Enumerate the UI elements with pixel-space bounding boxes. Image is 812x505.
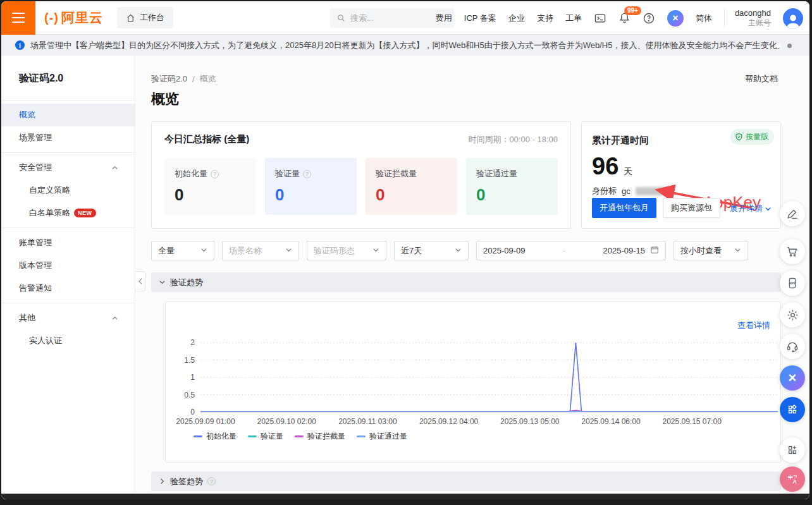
help-circle-icon[interactable]: ? — [303, 170, 311, 178]
trend-section-header[interactable]: 验证趋势 — [151, 272, 781, 292]
today-metrics-card: 今日汇总指标 (全量) 时间周期：00:00 - 18:00 初始化量?0验证量… — [151, 121, 571, 229]
filter-bar: 全量场景名称验证码形态近7天2025-09-09-2025-09-15按小时查看 — [151, 241, 748, 260]
support-headset-icon[interactable] — [780, 334, 805, 359]
assistant-x-icon[interactable]: × — [780, 365, 805, 391]
edit-pencil-icon[interactable] — [780, 201, 805, 226]
language-switch[interactable]: 简体 — [696, 13, 712, 24]
date-end: 2025-09-15 — [603, 246, 646, 255]
chevron-down-icon — [200, 246, 207, 253]
topbar-link-工单[interactable]: 工单 — [565, 13, 582, 24]
search-icon — [336, 13, 346, 23]
buy-resource-pack-button[interactable]: 购买资源包 — [663, 198, 720, 218]
help-circle-icon[interactable]: ? — [207, 477, 216, 485]
breadcrumb: 验证码2.0 / 概览 — [151, 73, 216, 85]
cart-icon[interactable] — [780, 239, 805, 264]
legend-item-初始化量[interactable]: 初始化量 — [194, 431, 237, 442]
filter-dropdown-场景名称[interactable]: 场景名称 — [222, 241, 299, 260]
assistant-x-icon[interactable]: × — [667, 10, 684, 27]
sidebar-item-账单管理[interactable]: 账单管理 — [1, 231, 135, 254]
sidebar-item-实人认证[interactable]: 实人认证 — [1, 329, 135, 352]
metric-tile-验证量: 验证量?0 — [265, 158, 357, 215]
sign-section-title: 验签趋势 — [170, 476, 203, 487]
svg-text:A: A — [792, 478, 797, 484]
help-circle-icon[interactable]: ? — [211, 170, 219, 178]
hamburger-menu-icon[interactable] — [1, 1, 35, 35]
view-granularity-dropdown[interactable]: 按小时查看 — [674, 241, 748, 260]
metric-tiles: 初始化量?0验证量?0验证拦截量0验证通过量0 — [164, 158, 558, 215]
chart-legend: 初始化量验证量验证拦截量验证通过量 — [194, 431, 407, 442]
plan-card: 按量版 累计开通时间 96 天 身份标 gc AppKey 开通包年包月 购买资… — [581, 121, 781, 229]
aliyun-logo-mark: (-) — [44, 11, 59, 25]
translate-icon[interactable]: 中A — [780, 466, 805, 492]
workbench-button[interactable]: 工作台 — [117, 7, 173, 28]
collapse-chevron-icon[interactable] — [111, 164, 118, 173]
topbar-link-支持[interactable]: 支持 — [537, 13, 553, 24]
topbar-menu: 费用ICP 备案企业支持工单 — [436, 13, 582, 24]
sidebar-item-概览[interactable]: 概览 — [1, 104, 135, 126]
plan-badge-label: 按量版 — [746, 131, 768, 142]
console-apps-icon[interactable] — [780, 397, 805, 422]
chevron-wrap — [455, 246, 462, 255]
sidebar-item-版本管理[interactable]: 版本管理 — [1, 254, 135, 277]
legend-label: 验证拦截量 — [307, 431, 345, 442]
y-tick-label: 2 — [190, 338, 195, 347]
sidebar-item-场景管理[interactable]: 场景管理 — [1, 126, 135, 149]
carousel-dot-1[interactable] — [776, 44, 780, 48]
notification-bell-icon[interactable]: 99+ — [618, 12, 631, 24]
divider — [1, 152, 135, 153]
carousel-dot-2[interactable] — [787, 44, 792, 48]
sidebar-item-label: 概览 — [19, 109, 35, 121]
open-subscription-button[interactable]: 开通包年包月 — [592, 198, 656, 218]
avatar[interactable] — [783, 8, 803, 28]
top-navbar: (-) 阿里云 工作台 搜索... 费用ICP 备案企业支持工单 99+ × 简… — [1, 1, 809, 35]
workbench-label: 工作台 — [140, 12, 164, 23]
help-doc-link[interactable]: 帮助文档 — [745, 73, 778, 85]
topbar-link-ICP 备案[interactable]: ICP 备案 — [464, 13, 496, 24]
legend-item-验证拦截量[interactable]: 验证拦截量 — [295, 431, 345, 442]
x-tick-label: 2025.09.11 03:00 — [326, 417, 409, 426]
help-icon[interactable] — [643, 12, 655, 25]
expand-detail-link[interactable]: 展开详情 — [730, 203, 772, 214]
terminal-icon[interactable] — [594, 12, 606, 25]
x-tick-label: 2025.09.10 02:00 — [245, 417, 328, 426]
breadcrumb-root[interactable]: 验证码2.0 — [151, 73, 187, 85]
filter-value: 近7天 — [401, 245, 422, 257]
sidebar-item-自定义策略[interactable]: 自定义策略 — [1, 179, 135, 202]
app-download-icon[interactable]: APP — [780, 271, 805, 296]
plan-type-badge[interactable]: 按量版 — [730, 129, 774, 145]
sidebar-item-label: 场景管理 — [19, 132, 52, 143]
filter-dropdown-验证码形态[interactable]: 验证码形态 — [307, 241, 386, 260]
page-title: 概览 — [151, 90, 179, 109]
sidebar-item-白名单策略[interactable]: 白名单策略NEW — [1, 202, 135, 224]
filter-dropdown-全量[interactable]: 全量 — [151, 241, 214, 260]
metric-tile-验证通过量: 验证通过量0 — [466, 158, 558, 215]
legend-item-验证通过量[interactable]: 验证通过量 — [357, 431, 407, 442]
user-account[interactable]: daconghd 主账号 — [724, 8, 771, 28]
x-tick-label: 2025.09.13 05:00 — [489, 417, 571, 426]
chevron-down-icon — [455, 246, 462, 253]
sidebar-collapse-handle[interactable] — [135, 271, 145, 291]
add-apps-icon[interactable] — [780, 437, 805, 463]
settings-gear-icon[interactable] — [780, 302, 805, 327]
sidebar-title: 验证码2.0 — [1, 56, 135, 97]
identity-value-redacted — [636, 187, 671, 195]
sidebar-item-告警通知[interactable]: 告警通知 — [1, 277, 135, 300]
sidebar-item-其他[interactable]: 其他 — [1, 307, 135, 329]
chevron-wrap — [200, 246, 207, 255]
filter-dropdown-近7天[interactable]: 近7天 — [394, 241, 469, 260]
date-range-picker[interactable]: 2025-09-09-2025-09-15 — [476, 241, 666, 260]
sidebar-item-安全管理[interactable]: 安全管理 — [1, 156, 135, 179]
topbar-link-费用[interactable]: 费用 — [436, 13, 452, 24]
collapse-chevron-icon[interactable] — [111, 314, 118, 324]
trend-section-title: 验证趋势 — [170, 277, 203, 288]
x-tick-label: 2025.09.14 06:00 — [570, 417, 652, 426]
chevron-wrap — [734, 246, 741, 255]
trend-line-chart: 00.511.52 — [166, 325, 782, 420]
aliyun-logo[interactable]: (-) 阿里云 — [44, 9, 103, 27]
user-role: 主账号 — [748, 18, 771, 28]
legend-item-验证量[interactable]: 验证量 — [248, 431, 283, 442]
sign-section-header[interactable]: 验签趋势 ? — [151, 472, 781, 491]
metric-label-text: 初始化量 — [175, 168, 207, 179]
metric-label-text: 验证通过量 — [476, 168, 517, 179]
topbar-link-企业[interactable]: 企业 — [508, 13, 525, 24]
